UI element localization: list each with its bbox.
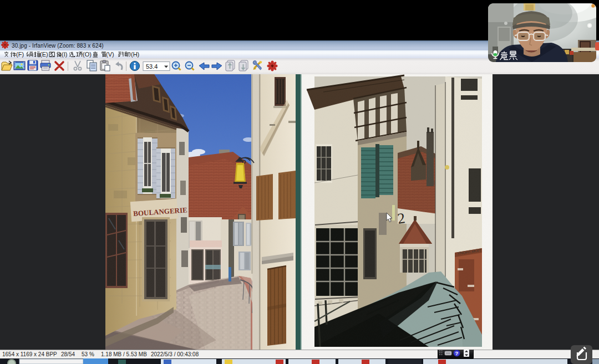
svg-text:(V): (V)	[106, 51, 114, 58]
svg-text:(F): (F)	[16, 51, 24, 58]
svg-text:53.4: 53.4	[146, 63, 158, 70]
svg-text:?: ?	[455, 350, 459, 356]
svg-text:(O): (O)	[83, 51, 92, 58]
svg-text:(H): (H)	[131, 51, 139, 58]
svg-text:(I): (I)	[62, 51, 67, 58]
svg-text:(E): (E)	[40, 51, 48, 58]
